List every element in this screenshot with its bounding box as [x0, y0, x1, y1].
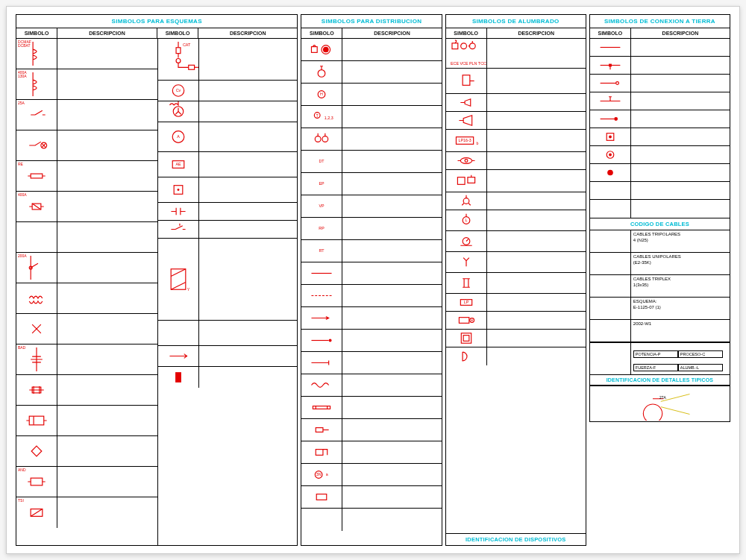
- symbol-cell: [158, 177, 199, 202]
- svg-text:1,2,3: 1,2,3: [325, 116, 333, 120]
- symbol-cell: 3Na: [301, 464, 342, 485]
- symbol-cell: [16, 283, 57, 313]
- symbol-cell: [301, 330, 342, 351]
- table-row: [301, 441, 441, 464]
- symbol-cell: [590, 182, 631, 199]
- symbol-cell: H: [301, 84, 342, 105]
- table-row: DT: [301, 151, 441, 173]
- desc-cell: [57, 192, 157, 221]
- hdr-sym-b: SIMBOLO: [157, 28, 198, 38]
- symbol-cell: [158, 203, 199, 220]
- title-esquemas: SIMBOLOS PARA ESQUEMAS: [16, 15, 297, 28]
- svg-text:Y: Y: [187, 287, 190, 292]
- symbol-cell: [590, 39, 631, 56]
- svg-text:A: A: [177, 134, 180, 139]
- symbol-cell: [446, 170, 487, 192]
- desc-cell: [631, 57, 730, 74]
- table-row: T1,2,3: [301, 106, 441, 128]
- desc-cell: [57, 375, 157, 405]
- table-row: [590, 110, 730, 128]
- desc-cell: [342, 441, 441, 463]
- group-esquemas: SIMBOLOS PARA ESQUEMAS SIMBOLO DESCRIPCI…: [16, 14, 298, 546]
- desc-cell: [487, 210, 586, 230]
- desc-cell: [199, 81, 297, 101]
- symbol-cell: [590, 92, 631, 110]
- desc-cell: [199, 152, 297, 177]
- title-distribucion: SIMBOLOS PARA DISTRIBUCION: [301, 15, 441, 28]
- desc-cell: [487, 347, 586, 365]
- desc-cell: [199, 122, 297, 151]
- desc-cell: [342, 128, 441, 150]
- desc-cell: [487, 39, 586, 68]
- title-detalles: IDENTIFICACION DE DETALLES TIPICOS: [590, 375, 730, 386]
- section-distribucion: SIMBOLOS PARA DISTRIBUCION SIMBOLO DESCR…: [301, 14, 442, 546]
- tierra-rows: [590, 39, 730, 218]
- svg-rect-42: [316, 428, 324, 432]
- desc-cell: [342, 195, 441, 217]
- symbol-cell: BAD: [16, 345, 57, 374]
- table-row: RP: [301, 218, 441, 240]
- table-row: [158, 203, 297, 221]
- table-row: [446, 273, 586, 294]
- svg-text:b: b: [476, 141, 478, 145]
- desc-cell: [342, 397, 441, 418]
- table-row: DCMAF DCBAT: [16, 39, 157, 69]
- desc-cell: [57, 497, 157, 528]
- table-row: [446, 231, 586, 252]
- table-row: VP: [301, 195, 441, 218]
- table-row: [158, 321, 297, 346]
- desc-cell: [342, 84, 441, 105]
- svg-text:VP: VP: [319, 204, 325, 208]
- table-row: [301, 486, 441, 509]
- svg-point-9: [176, 59, 181, 63]
- desc-cell: [487, 69, 586, 93]
- symbol-cell: [301, 39, 342, 60]
- table-row: 200A: [16, 253, 157, 283]
- hdr-sym-dist: SIMBOLO: [301, 28, 342, 38]
- symbol-cell: DT: [301, 151, 342, 172]
- desc-cell: [57, 130, 157, 160]
- hdr-desc-alum: DESCRIPCION: [487, 28, 586, 38]
- desc-cell: [57, 161, 157, 191]
- desc-cell: [342, 307, 441, 329]
- svg-point-78: [607, 170, 613, 176]
- desc-cell: [487, 152, 586, 169]
- svg-point-68: [471, 320, 472, 321]
- hdr-desc-tierra: DESCRIPCION: [631, 28, 730, 38]
- desc-cell: [342, 486, 441, 508]
- svg-text:LP16-3: LP16-3: [458, 138, 471, 142]
- cable-note-row: CABLES TRIPLEX1(3x35): [590, 275, 730, 298]
- svg-text:a: a: [326, 472, 328, 476]
- desc-cell: [342, 262, 441, 284]
- table-row: [301, 330, 441, 352]
- svg-rect-58: [457, 177, 465, 185]
- table-row: [590, 57, 730, 75]
- table-row: [301, 61, 441, 84]
- svg-text:Cv: Cv: [176, 88, 181, 92]
- table-row: [16, 375, 157, 406]
- svg-point-49: [460, 43, 466, 49]
- symbol-cell: [301, 285, 342, 306]
- symbol-cell: ECE VCE PLN TCC: [446, 39, 487, 68]
- desc-cell: [487, 112, 586, 129]
- table-row: [590, 182, 730, 200]
- desc-cell: [57, 467, 157, 497]
- desc-cell: [199, 346, 297, 366]
- desc-cell: [342, 240, 441, 262]
- svg-rect-5: [29, 416, 44, 425]
- desc-cell: [199, 321, 297, 345]
- desc-cell: [487, 231, 586, 251]
- symbol-cell: [446, 69, 487, 93]
- table-row: [301, 509, 441, 531]
- group-distribucion: SIMBOLOS PARA DISTRIBUCION SIMBOLO DESCR…: [301, 14, 442, 546]
- table-row: RT: [301, 240, 441, 262]
- desc-cell: [631, 110, 730, 128]
- title-tierra: SIMBOLOS DE CONEXION A TIERRA: [590, 15, 730, 28]
- svg-text:ECE VCE PLN TCC: ECE VCE PLN TCC: [451, 61, 486, 66]
- table-row: [590, 200, 730, 218]
- svg-rect-1: [31, 174, 43, 178]
- desc-cell: [342, 61, 441, 83]
- symbol-cell: Y: [158, 239, 199, 320]
- table-row: CAT: [158, 39, 297, 81]
- header-tierra: SIMBOLO DESCRIPCION: [590, 28, 730, 39]
